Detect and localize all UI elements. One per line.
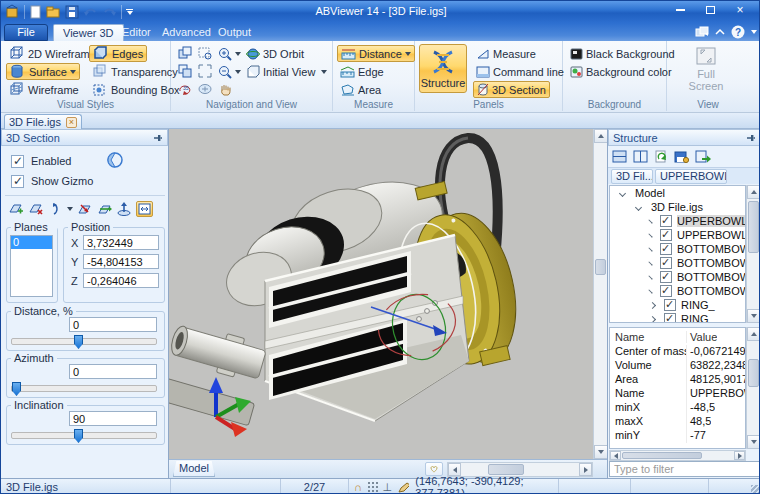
tree-row-item[interactable]: RING_ xyxy=(610,298,745,312)
zoom-extents-icon[interactable] xyxy=(197,63,213,79)
3d-model-canvas[interactable] xyxy=(169,129,593,459)
save-structure-icon[interactable] xyxy=(674,150,689,163)
expander-icon[interactable] xyxy=(648,233,652,237)
edge-button[interactable]: Edge xyxy=(337,63,387,80)
full-screen-button[interactable]: Full Screen xyxy=(682,44,730,93)
tree-row-item[interactable]: RING_ xyxy=(610,312,745,323)
scroll-down-icon[interactable] xyxy=(747,435,760,449)
scroll-up-icon[interactable] xyxy=(747,185,760,199)
minimize-button[interactable] xyxy=(665,1,695,19)
property-row[interactable]: Area 48125,9017897 xyxy=(610,373,745,387)
title-bar[interactable]: ABViewer 14 - [3D File.igs] × xyxy=(1,1,760,23)
edges-button[interactable]: Edges xyxy=(89,45,147,62)
pin-icon[interactable] xyxy=(745,133,756,144)
maximize-button[interactable] xyxy=(695,1,725,19)
wireframe-button[interactable]: Wireframe xyxy=(6,81,82,98)
switch-windows-icon[interactable] xyxy=(695,26,709,38)
fit-section-button[interactable] xyxy=(136,201,153,217)
model-layout-tab[interactable]: Model xyxy=(173,461,215,477)
property-row[interactable]: Name UPPERBOWL xyxy=(610,387,745,401)
refresh-structure-icon[interactable] xyxy=(654,150,668,163)
rotate-35-icon[interactable]: 35 xyxy=(177,81,193,97)
visibility-checkbox[interactable] xyxy=(660,257,672,269)
surface-dropdown-icon[interactable] xyxy=(70,70,76,74)
tree-row-item[interactable]: BOTTOMBOWL xyxy=(610,284,745,298)
tab-output[interactable]: Output xyxy=(209,24,260,41)
viewport-hscroll-thumb[interactable] xyxy=(488,464,524,475)
x-position-input[interactable] xyxy=(83,235,159,250)
split-vertical-icon[interactable] xyxy=(633,150,648,163)
close-button[interactable]: × xyxy=(725,1,755,19)
planes-id-list[interactable]: 0 xyxy=(10,235,53,297)
expander-icon[interactable] xyxy=(648,247,652,251)
property-row[interactable]: Center of mass -0,0672149757 xyxy=(610,345,745,359)
name-column-header[interactable]: Name xyxy=(610,331,686,343)
views-icon[interactable] xyxy=(177,63,193,79)
scroll-up-icon[interactable] xyxy=(594,129,608,143)
previous-view-icon[interactable] xyxy=(177,45,193,61)
ortho-mode-icon[interactable]: ⊥ xyxy=(383,481,393,494)
flip-plane-button[interactable] xyxy=(47,201,64,217)
add-plane-button[interactable] xyxy=(7,201,24,217)
area-button[interactable]: Area xyxy=(337,81,384,98)
expander-icon[interactable] xyxy=(648,261,652,265)
breadcrumb-file[interactable]: 3D Fil... xyxy=(611,169,653,184)
tree-row-item[interactable]: UPPERBOWL xyxy=(610,214,745,228)
z-position-input[interactable] xyxy=(83,273,159,288)
tree-row-file[interactable]: 3D File.igs xyxy=(610,200,745,214)
tree-row-model[interactable]: Model xyxy=(610,186,745,200)
pan-view-icon[interactable] xyxy=(197,81,213,97)
layout-preview-button[interactable] xyxy=(425,462,443,476)
pin-icon[interactable] xyxy=(152,133,163,144)
surface-button[interactable]: Surface xyxy=(6,63,80,80)
scroll-right-icon[interactable] xyxy=(734,451,745,460)
visibility-checkbox[interactable] xyxy=(660,243,672,255)
hand-pan-icon[interactable] xyxy=(217,81,233,97)
enabled-checkbox[interactable] xyxy=(11,155,24,168)
3d-orbit-button[interactable]: 3D Orbit xyxy=(243,45,307,62)
breadcrumb-node[interactable]: UPPERBOWL xyxy=(655,169,727,184)
expander-icon[interactable] xyxy=(649,315,656,322)
property-row[interactable]: Volume 63822,2348948 xyxy=(610,359,745,373)
initial-view-dropdown-icon[interactable] xyxy=(321,70,327,74)
distance-input[interactable] xyxy=(69,317,157,332)
distance-dropdown-icon[interactable] xyxy=(405,52,411,56)
inclination-slider[interactable] xyxy=(11,432,157,439)
properties-vscroll-thumb[interactable] xyxy=(748,359,759,387)
snap-grid-icon[interactable] xyxy=(368,482,377,492)
plane-list-item[interactable]: 0 xyxy=(11,236,52,249)
scroll-up-icon[interactable] xyxy=(747,327,760,341)
filter-input[interactable] xyxy=(609,461,760,477)
plane-by-points-button[interactable] xyxy=(76,201,93,217)
help-icon[interactable]: ? xyxy=(731,25,745,39)
properties-vscrollbar[interactable] xyxy=(746,327,760,449)
expander-icon[interactable] xyxy=(648,289,652,293)
properties-hscrollbar[interactable] xyxy=(609,450,746,461)
expander-icon[interactable] xyxy=(649,301,656,308)
resize-grip[interactable] xyxy=(751,485,760,494)
visibility-checkbox[interactable] xyxy=(660,285,672,297)
visibility-checkbox[interactable] xyxy=(664,313,676,323)
structure-panel-button[interactable]: Structure xyxy=(419,44,467,93)
tree-row-item[interactable]: UPPERBOWL xyxy=(610,228,745,242)
properties-hscroll-thumb[interactable] xyxy=(622,452,702,459)
tab-file[interactable]: File xyxy=(4,24,48,41)
help-dropdown-icon[interactable] xyxy=(751,30,757,34)
command-line-button[interactable]: Command line xyxy=(473,63,567,80)
property-row[interactable]: maxX 48,5 xyxy=(610,415,745,429)
initial-view-button[interactable]: Initial View xyxy=(243,63,318,80)
align-plane-button[interactable] xyxy=(96,201,113,217)
minimize-ribbon-icon[interactable] xyxy=(715,28,725,36)
document-tab[interactable]: 3D File.igs × xyxy=(4,114,82,129)
expander-icon[interactable] xyxy=(619,189,626,196)
visibility-checkbox[interactable] xyxy=(660,229,672,241)
export-structure-icon[interactable] xyxy=(695,150,711,163)
delete-plane-button[interactable] xyxy=(27,201,44,217)
distance-slider[interactable] xyxy=(11,338,157,345)
draw-mode-icon[interactable] xyxy=(398,482,409,493)
zoom-in-dropdown-icon[interactable] xyxy=(235,52,241,56)
3d-section-panel-button[interactable]: 3D Section xyxy=(473,81,550,98)
plane-dropdown-icon[interactable] xyxy=(67,207,73,211)
tree-vscroll-thumb[interactable] xyxy=(748,201,759,253)
split-horizontal-icon[interactable] xyxy=(612,150,627,163)
